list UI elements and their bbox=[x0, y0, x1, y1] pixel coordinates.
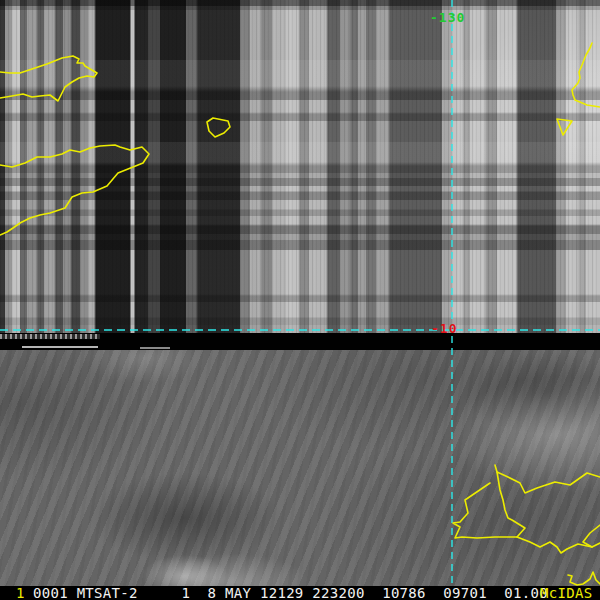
satellite-image-bottom-clouds[interactable] bbox=[0, 350, 600, 586]
status-info-text: 0001 MTSAT-2 1 8 MAY 12129 223200 10786 … bbox=[33, 586, 548, 600]
mcidas-display-window: -130 -10 1 0001 MTSAT-2 1 8 MAY 12129 22… bbox=[0, 0, 600, 600]
longitude-label: -130 bbox=[430, 11, 465, 24]
satellite-image-top-ir-striped[interactable] bbox=[0, 0, 600, 334]
image-separator-band bbox=[0, 333, 600, 350]
separator-fragment bbox=[0, 334, 100, 339]
latitude-label: -10 bbox=[431, 322, 457, 335]
separator-fragment bbox=[140, 347, 170, 349]
separator-fragment bbox=[22, 346, 98, 348]
frame-number: 1 bbox=[16, 586, 25, 600]
mcidas-brand-label: McIDAS bbox=[540, 586, 592, 600]
status-bar: 1 0001 MTSAT-2 1 8 MAY 12129 223200 1078… bbox=[0, 586, 600, 600]
